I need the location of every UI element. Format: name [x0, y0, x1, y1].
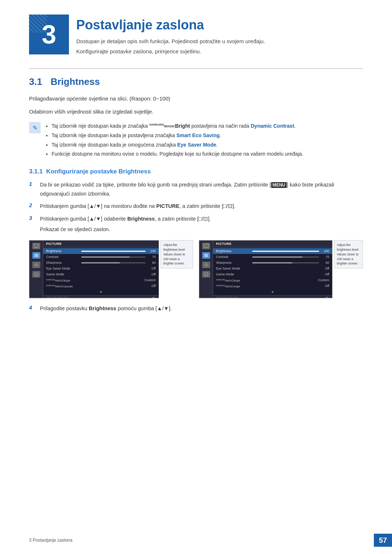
menu-row-eyesaver: Eye Saver Mode Off — [43, 266, 159, 271]
step-4-text: Prilagodite postavku Brightness pomoću g… — [40, 304, 363, 313]
footer-btn-left: ◄ — [46, 297, 51, 298]
monitor-right-footer: ◄ ▼ ▲ ► AUTO ⏻ — [213, 295, 332, 298]
info-box-left: Adjust the brightness level. Values clos… — [160, 240, 193, 268]
footer-arrows-right: ◄ ▼ ▲ ► — [216, 297, 238, 298]
chapter-footer-label: 3 Postavljanje zaslona — [29, 538, 72, 543]
monitor-left-content: PICTURE Brightness 100 Contrast — [43, 241, 159, 298]
svg-point-19 — [205, 264, 207, 266]
step-3: 3 Pritiskanjem gumba [▲/▼] odaberite Bri… — [29, 214, 363, 234]
chapter-desc1: Dostupan je detaljan opis svih funkcija.… — [76, 37, 265, 46]
step-2-text: Pritiskanjem gumba [▲/▼] na monitoru dođ… — [40, 202, 363, 211]
sidebar-icon-display — [32, 243, 40, 249]
step-1-text: Da bi se prikazao vodič za tipke, pritis… — [40, 180, 363, 198]
section-31-title: 3.1 Brightness — [29, 76, 363, 87]
section-body2: Odabirom viših vrijednosti slika će izgl… — [29, 107, 363, 116]
note-item-2: Taj izbornik nije dostupan kada je posta… — [52, 131, 303, 140]
footer-btn-left-r: ◄ — [216, 297, 221, 298]
menu-row-gamemode-r: Game Mode Off — [213, 271, 332, 277]
chapter-header: 3 Postavljanje zaslona Dostupan je detal… — [29, 15, 363, 57]
sidebar-icon-settings-r — [202, 262, 210, 268]
note-item-1: Taj izbornik nije dostupan kada je znača… — [52, 122, 303, 131]
note-item-3: Taj izbornik nije dostupan kada je omogu… — [52, 141, 303, 149]
menu-row-contrast-r: Contrast 75 — [213, 254, 332, 260]
menu-row-contrast: Contrast 75 — [43, 254, 159, 260]
menu-row-eyesaver-r: Eye Saver Mode Off — [213, 266, 332, 271]
sidebar-icon-menu-r — [202, 252, 210, 259]
step-2: 2 Pritiskanjem gumba [▲/▼] na monitoru d… — [29, 202, 363, 211]
footer-auto-right: AUTO — [278, 298, 285, 299]
note-icon: ✎ — [29, 122, 41, 134]
step-4: 4 Prilagodite postavku Brightness pomoću… — [29, 304, 363, 313]
chapter-number: 3 — [29, 15, 69, 54]
chapter-title: Postavljanje zaslona — [76, 17, 265, 33]
footer-power-left: ⏻ — [151, 297, 156, 298]
footer-btn-down-r: ▼ — [222, 297, 227, 298]
menu-row-gamemode: Game Mode Off — [43, 271, 159, 277]
down-arrow-left: ▼ — [43, 290, 159, 295]
footer-btn-up-r: ▲ — [228, 297, 233, 298]
menu-row-magicupscale: SAMSUNGMAGICUpscale Off — [43, 283, 159, 289]
sidebar-icon-display-r — [202, 243, 210, 249]
footer-btn-up: ▲ — [58, 297, 63, 298]
monitors-row: i PICTURE Brightness 100 — [29, 240, 363, 298]
monitor-right-sidebar: i — [199, 241, 213, 298]
subsection-311-title: 3.1.1 Konfiguriranje postavke Brightness — [29, 168, 363, 175]
menu-row-sharpness: Sharpness 60 — [43, 260, 159, 266]
svg-text:i: i — [205, 273, 206, 276]
chapter-title-block: Postavljanje zaslona Dostupan je detalja… — [76, 15, 265, 57]
menu-row-magicbright: SAMSUNGMAGICBright Custom — [43, 277, 159, 283]
menu-row-sharpness-r: Sharpness 60 — [213, 260, 332, 266]
chapter-desc2: Konfigurirajte postavke zaslona, primjer… — [76, 47, 265, 56]
menu-row-brightness-r: Brightness 100 — [213, 248, 332, 254]
monitor-right-content: PICTURE Brightness 100 Contrast — [213, 241, 332, 298]
footer-btn-down: ▼ — [52, 297, 57, 298]
footer-power-right: ⏻ — [325, 297, 329, 298]
down-arrow-right: ▼ — [213, 290, 332, 295]
svg-point-6 — [35, 264, 37, 266]
page-footer: 3 Postavljanje zaslona 57 — [0, 534, 392, 547]
page-number: 57 — [374, 534, 392, 547]
note-items-list: Taj izbornik nije dostupan kada je znača… — [45, 122, 303, 159]
sidebar-icon-settings — [32, 262, 40, 268]
section-divider — [29, 68, 363, 69]
menu-row-magicbright-r: SAMSUNGMAGICBright Custom — [213, 277, 332, 283]
monitor-right: i PICTURE Brightness 100 — [199, 240, 332, 298]
note-block: ✎ Taj izbornik nije dostupan kada je zna… — [29, 122, 363, 159]
sidebar-icon-info: i — [32, 271, 40, 278]
note-item-4: Funkcije dostupne na monitoru ovise o mo… — [52, 150, 303, 159]
monitor-left-menu-rows: Brightness 100 Contrast 75 — [43, 247, 159, 295]
svg-text:i: i — [36, 273, 36, 276]
menu-row-brightness: Brightness 100 — [43, 248, 159, 254]
footer-btn-right: ► — [64, 297, 69, 298]
monitor-left-sidebar: i — [29, 241, 43, 298]
menu-row-magicangle-r: SAMSUNGMAGICAngle Off — [213, 283, 332, 289]
sidebar-icon-menu — [32, 252, 40, 259]
monitor-right-header: PICTURE — [213, 241, 332, 247]
svg-rect-13 — [204, 244, 208, 247]
monitor-left-header: PICTURE — [43, 241, 159, 247]
svg-rect-0 — [34, 244, 38, 247]
info-box-right: Adjust the brightness level. Values clos… — [334, 240, 363, 268]
section-body1: Prilagođavanje općenite svjetline na sli… — [29, 94, 363, 103]
monitor-right-menu-rows: Brightness 100 Contrast 75 — [213, 247, 332, 295]
page-footer-left: 3 Postavljanje zaslona — [0, 538, 374, 543]
footer-btn-right-r: ► — [233, 297, 238, 298]
footer-auto-left: AUTO — [106, 298, 113, 299]
monitor-left: i PICTURE Brightness 100 — [29, 240, 159, 298]
monitor-left-footer: ◄ ▼ ▲ ► AUTO ⏻ — [43, 295, 159, 298]
sidebar-icon-info-r: i — [202, 271, 210, 278]
step-1: 1 Da bi se prikazao vodič za tipke, prit… — [29, 180, 363, 198]
step-3-text: Pritiskanjem gumba [▲/▼] odaberite Brigh… — [40, 214, 363, 234]
footer-arrows-left: ◄ ▼ ▲ ► — [46, 297, 69, 298]
